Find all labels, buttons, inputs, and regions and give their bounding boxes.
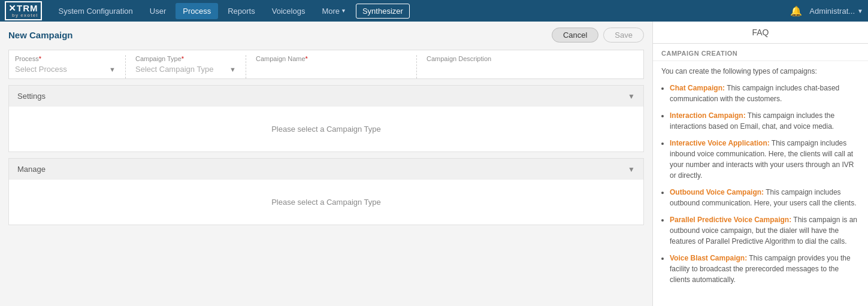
form-row: Process* Select Process ▼ Campaign Type*…	[8, 50, 644, 79]
logo-sub: by exotel	[8, 13, 38, 19]
manage-placeholder-text: Please select a Campaign Type	[271, 198, 381, 207]
save-button[interactable]: Save	[603, 28, 644, 43]
manage-panel: Manage ▼ Please select a Campaign Type	[8, 158, 644, 225]
faq-item-type: Chat Campaign:	[670, 84, 725, 92]
campaign-name-field: Campaign Name*	[256, 55, 417, 78]
settings-placeholder-text: Please select a Campaign Type	[271, 125, 381, 134]
campaign-desc-input[interactable]	[427, 65, 628, 74]
main-layout: New Campaign Cancel Save Process* Select…	[0, 22, 868, 306]
process-select[interactable]: Select Process ▼	[15, 65, 116, 74]
logo: ✕TRM by exotel	[5, 1, 42, 20]
faq-item-type: Interaction Campaign:	[670, 111, 746, 120]
chevron-down-icon: ▼	[341, 8, 346, 14]
page-title: New Campaign	[8, 30, 73, 40]
cancel-button[interactable]: Cancel	[552, 28, 598, 43]
campaign-desc-field: Campaign Description	[427, 55, 637, 78]
manage-collapse-icon: ▼	[628, 165, 635, 174]
faq-header: FAQ	[653, 22, 868, 44]
nav-process[interactable]: Process	[176, 3, 218, 19]
campaign-type-field: Campaign Type* Select Campaign Type ▼	[135, 55, 246, 78]
campaign-type-placeholder: Select Campaign Type	[135, 65, 214, 74]
chevron-down-icon-admin: ▼	[857, 8, 863, 14]
campaign-type-label: Campaign Type*	[135, 55, 236, 62]
faq-list-item: Voice Blast Campaign: This campaign prov…	[670, 253, 860, 285]
manage-header[interactable]: Manage ▼	[9, 159, 643, 180]
settings-collapse-icon: ▼	[628, 92, 635, 101]
admin-label: Administrat...	[809, 7, 855, 16]
faq-item-type: Voice Blast Campaign:	[670, 254, 747, 262]
faq-item-type: Outbound Voice Campaign:	[670, 188, 764, 196]
content-area: New Campaign Cancel Save Process* Select…	[0, 22, 652, 306]
settings-title: Settings	[17, 92, 46, 101]
faq-list-item: Interactive Voice Application: This camp…	[670, 138, 860, 181]
faq-list-item: Interaction Campaign: This campaign incl…	[670, 110, 860, 132]
logo-main: ✕TRM	[8, 3, 38, 13]
campaign-name-input[interactable]	[256, 65, 407, 74]
nav-synthesizer[interactable]: Synthesizer	[356, 4, 410, 19]
manage-body: Please select a Campaign Type	[9, 180, 643, 225]
nav-voicelogs[interactable]: Voicelogs	[265, 3, 313, 19]
faq-item-type: Parallel Predictive Voice Campaign:	[670, 216, 791, 224]
faq-item-type: Interactive Voice Application:	[670, 139, 770, 147]
bell-icon[interactable]: 🔔	[785, 3, 807, 19]
faq-section-title: CAMPAIGN CREATION	[653, 44, 868, 61]
logo-text: ✕TRM by exotel	[5, 1, 42, 20]
faq-list-item: Parallel Predictive Voice Campaign: This…	[670, 214, 860, 247]
process-placeholder: Select Process	[15, 65, 67, 74]
nav-more[interactable]: More ▼	[314, 3, 353, 19]
campaign-type-select[interactable]: Select Campaign Type ▼	[135, 65, 236, 74]
process-label: Process*	[15, 55, 116, 62]
manage-title: Manage	[17, 165, 46, 174]
admin-menu[interactable]: Administrat... ▼	[809, 7, 863, 16]
navbar: ✕TRM by exotel System Configuration User…	[0, 0, 868, 22]
process-dropdown-arrow: ▼	[109, 66, 116, 73]
settings-panel: Settings ▼ Please select a Campaign Type	[8, 85, 644, 152]
nav-more-label: More	[322, 7, 340, 16]
settings-header[interactable]: Settings ▼	[9, 86, 643, 107]
nav-user[interactable]: User	[143, 3, 173, 19]
campaign-type-dropdown-arrow: ▼	[229, 66, 236, 73]
faq-sidebar: FAQ CAMPAIGN CREATION You can create the…	[652, 22, 868, 306]
faq-list-item: Chat Campaign: This campaign includes ch…	[670, 83, 860, 104]
faq-list: Chat Campaign: This campaign includes ch…	[653, 79, 868, 299]
faq-intro: You can create the following types of ca…	[653, 61, 868, 79]
campaign-name-label: Campaign Name*	[256, 55, 407, 62]
settings-body: Please select a Campaign Type	[9, 107, 643, 152]
process-field: Process* Select Process ▼	[15, 55, 126, 78]
nav-reports[interactable]: Reports	[220, 3, 262, 19]
header-buttons: Cancel Save	[552, 28, 644, 43]
faq-list-item: Outbound Voice Campaign: This campaign i…	[670, 187, 860, 208]
nav-system-configuration[interactable]: System Configuration	[52, 3, 140, 19]
campaign-desc-label: Campaign Description	[427, 55, 628, 62]
page-header: New Campaign Cancel Save	[8, 28, 644, 43]
